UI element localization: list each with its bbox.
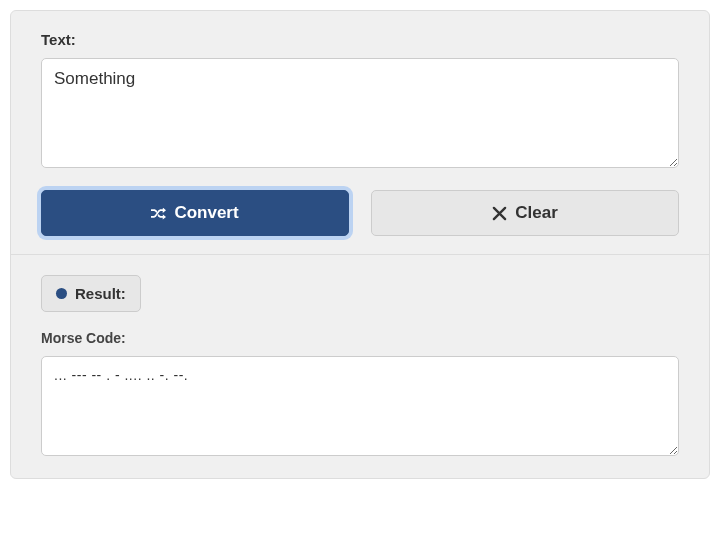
output-label: Morse Code:	[41, 330, 679, 346]
result-section: Result: Morse Code:	[11, 255, 709, 478]
close-icon	[492, 206, 507, 221]
text-input[interactable]	[41, 58, 679, 168]
action-button-row: Convert Clear	[41, 190, 679, 236]
morse-output[interactable]	[41, 356, 679, 456]
result-badge: Result:	[41, 275, 141, 312]
result-badge-label: Result:	[75, 285, 126, 302]
shuffle-icon	[151, 206, 166, 221]
converter-panel: Text: Convert Clear Result: Morse Code:	[10, 10, 710, 479]
convert-button-label: Convert	[174, 203, 238, 223]
clear-button[interactable]: Clear	[371, 190, 679, 236]
text-input-label: Text:	[41, 31, 679, 48]
clear-button-label: Clear	[515, 203, 558, 223]
input-section: Text: Convert Clear	[11, 11, 709, 255]
convert-button[interactable]: Convert	[41, 190, 349, 236]
record-icon	[56, 288, 67, 299]
